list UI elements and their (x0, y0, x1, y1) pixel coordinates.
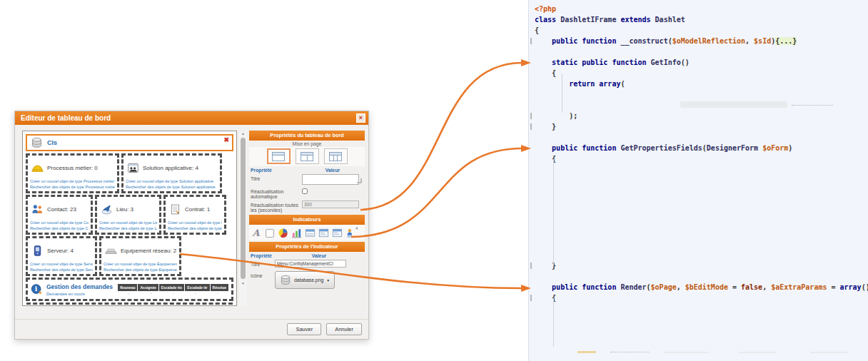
dashlet-link[interactable]: Rechercher des objets de type Serveur (30, 268, 93, 273)
dialog-titlebar[interactable]: Editeur de tableau de bord × (15, 111, 368, 125)
scrollbar-thumb[interactable] (241, 138, 246, 279)
dashboard-title-input[interactable] (302, 174, 359, 185)
preview-scrollbar[interactable]: ▲ ▼ (239, 131, 247, 306)
faded-code-artifact (610, 352, 649, 352)
requests-column-header: Escalade tto (159, 284, 184, 291)
dashlet-tile-cis[interactable]: CIs✖ (26, 134, 233, 151)
code-line: } (529, 121, 868, 132)
icon-dropdown-button[interactable]: database.png ▼ (275, 271, 335, 289)
code-line: { (529, 293, 868, 303)
code-line (529, 196, 868, 207)
bar-chart-dashlet-icon[interactable] (291, 227, 303, 239)
faded-code-artifact (792, 105, 833, 106)
change-marker (530, 113, 532, 119)
info-icon: i (31, 283, 43, 295)
code-line (529, 314, 868, 325)
dashlet-title: Equipement réseau: 2 (121, 248, 176, 254)
dashlet-title: Processus métier: 0 (47, 165, 98, 171)
dashlet-link[interactable]: Rechercher des objets de type Lieu (99, 226, 157, 231)
badge-dashlet-icon[interactable]: 4 (345, 227, 357, 239)
faded-code-artifact (810, 352, 847, 353)
scroll-down-icon[interactable]: ▼ (241, 280, 245, 286)
indicator-title-input[interactable] (275, 260, 346, 268)
dashlet-link[interactable]: Rechercher des objets de type Contact (30, 226, 89, 231)
location-icon (101, 203, 113, 215)
text-dashlet-icon[interactable]: A (250, 227, 262, 239)
dashlet-link[interactable]: Créer un nouvel objet de type Serveur (30, 262, 93, 267)
code-line: { (529, 153, 868, 164)
layout-options (249, 147, 365, 166)
requests-column-header: Assignée (138, 284, 158, 291)
object-window-dashlet-icon[interactable] (318, 227, 330, 239)
dashlet-tile[interactable]: Contact: 23Créer un nouvel objet de type… (26, 195, 93, 235)
dashlet-tile[interactable]: Contrat: 1Créer un nouvel objet de type … (163, 195, 226, 235)
php-code-panel: <?phpclass DashletIFrame extends Dashlet… (528, 0, 868, 361)
code-line (529, 89, 868, 100)
layout-option-2-columns[interactable] (296, 148, 319, 164)
code-line (529, 250, 868, 260)
dashlet-title: Contact: 23 (47, 206, 76, 213)
requests-column-header: Résolue (211, 284, 228, 291)
dashboard-preview-panel: CIs✖Processus métier: 0Créer un nouvel o… (22, 131, 237, 306)
remove-dashlet-button[interactable]: ✖ (223, 136, 229, 143)
blank-dashlet-icon[interactable] (263, 227, 276, 239)
dialog-title: Editeur de tableau de bord (21, 114, 111, 122)
dashboard-properties-table-header: Propriété Valeur (249, 166, 365, 173)
refresh-seconds-input[interactable] (302, 200, 359, 208)
scroll-up-icon[interactable]: ▲ (241, 131, 245, 136)
dashlet-tile-requests[interactable]: iGestion des demandesDemandes en coursNo… (26, 278, 233, 301)
code-line: <?php (529, 4, 868, 14)
dashlet-tile-clipped (26, 302, 233, 305)
layout-option-3-columns[interactable] (324, 148, 348, 164)
dashlet-tile[interactable]: Solution applicative: 4Créer un nouvel o… (121, 153, 222, 193)
change-marker (530, 263, 532, 269)
indicator-title-label: Titre (251, 260, 275, 267)
dashlet-link[interactable]: Créer un nouvel objet de type Contrat (168, 220, 222, 225)
layout-option-1-columns[interactable] (267, 148, 291, 164)
dashlet-link[interactable]: Rechercher des objets de type Solution a… (126, 185, 218, 190)
code-line: ); (529, 111, 868, 121)
chevron-down-icon: ▼ (326, 278, 330, 283)
app-icon (127, 162, 139, 174)
dashlet-group-label: CIs (47, 139, 57, 146)
requests-value: - (162, 291, 184, 295)
dashboard-properties-header: Propriétés du tableau de bord (249, 131, 365, 141)
indent-guide (562, 73, 562, 113)
auto-refresh-checkbox[interactable] (302, 188, 308, 194)
dashlet-link[interactable]: Créer un nouvel objet de type Processus … (30, 179, 115, 184)
database-icon (280, 275, 291, 286)
dashlet-title: Contrat: 1 (185, 206, 210, 213)
dashlet-tile[interactable]: Serveur: 4Créer un nouvel objet de type … (26, 236, 97, 276)
requests-link[interactable]: Demandes en cours (46, 292, 113, 296)
requests-value: - (118, 291, 140, 295)
indicators-header: Indicateurs (249, 215, 365, 225)
dashlet-link[interactable]: Créer un nouvel objet de type Equipement… (104, 262, 177, 267)
cancel-button[interactable]: Annuler (326, 323, 362, 335)
dashlet-title: Lieu: 3 (116, 206, 133, 213)
database-icon (31, 137, 43, 149)
pie-chart-dashlet-icon[interactable] (277, 227, 289, 239)
dashlet-tile[interactable]: Lieu: 3Créer un nouvel objet de type Lie… (95, 195, 161, 235)
auto-refresh-label: Réactualisation automatique (251, 187, 302, 199)
dialog-footer: Sauver Annuler (15, 319, 368, 339)
dashlet-link[interactable]: Rechercher des objets de type Processus … (30, 185, 115, 190)
dashlet-link[interactable]: Rechercher des objets de type Contrat (168, 226, 222, 231)
code-line: { (529, 68, 868, 78)
dashlet-link[interactable]: Créer un nouvel objet de type Lieu (99, 220, 157, 225)
object-window-dashlet-alt-icon[interactable] (331, 227, 343, 239)
dashlet-link[interactable]: Rechercher des objets de type Equipement… (104, 268, 177, 273)
dialog-close-button[interactable]: × (356, 113, 365, 123)
faded-code-artifact (739, 352, 776, 353)
header-list-dashlet-icon[interactable] (304, 227, 316, 239)
code-line (529, 239, 868, 250)
dashlet-tile[interactable]: Processus métier: 0Créer un nouvel objet… (26, 153, 119, 193)
connector-arrow (360, 63, 523, 210)
dashlet-link[interactable]: Créer un nouvel objet de type Solution a… (126, 179, 218, 184)
people-icon (31, 203, 44, 215)
dashlet-tile[interactable]: Equipement réseau: 2Créer un nouvel obje… (99, 236, 181, 276)
code-line (529, 175, 868, 185)
code-line: static public function GetInfo() (529, 57, 868, 68)
dashlet-link[interactable]: Créer un nouvel objet de type Contact (30, 220, 89, 225)
requests-value: - (140, 291, 162, 295)
save-button[interactable]: Sauver (287, 323, 321, 335)
